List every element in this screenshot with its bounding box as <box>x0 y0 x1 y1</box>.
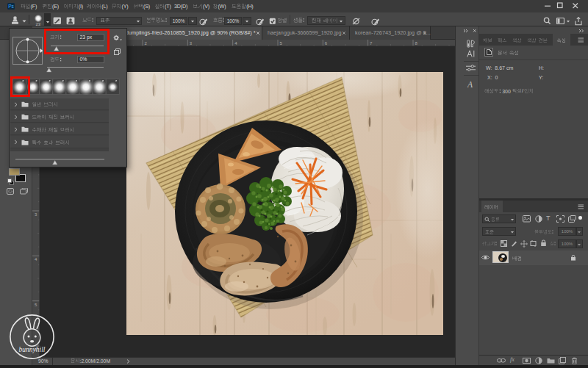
svg-text:A: A <box>467 80 473 89</box>
svg-text:bunnyhill: bunnyhill <box>19 346 46 353</box>
